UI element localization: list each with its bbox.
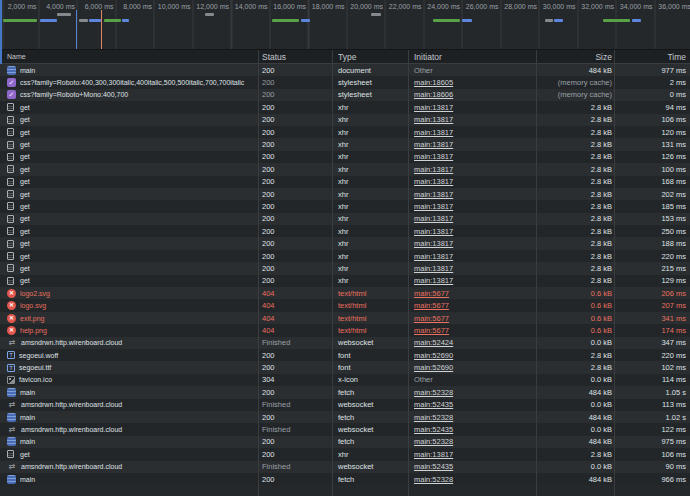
initiator-link[interactable]: main:52328 bbox=[414, 437, 453, 446]
table-row[interactable]: amsndrwn.http.wirenboard.cloudFinishedwe… bbox=[0, 461, 690, 473]
table-row[interactable]: get200xhrmain:138172.8 kB185 ms bbox=[0, 200, 690, 212]
initiator-link[interactable]: main:52424 bbox=[414, 338, 453, 347]
initiator-link[interactable]: main:52328 bbox=[414, 388, 453, 397]
initiator-link[interactable]: main:13817 bbox=[414, 214, 453, 223]
table-row[interactable]: main200fetchmain:52328484 kB975 ms bbox=[0, 436, 690, 448]
initiator-link[interactable]: main:5677 bbox=[414, 314, 449, 323]
table-row[interactable]: get200xhrmain:138172.8 kB188 ms bbox=[0, 237, 690, 249]
type-cell: xhr bbox=[332, 213, 408, 225]
name-cell: get bbox=[0, 448, 258, 460]
table-row[interactable]: main200documentOther484 kB977 ms bbox=[0, 64, 690, 76]
initiator-link[interactable]: main:13817 bbox=[414, 450, 453, 459]
initiator-link[interactable]: main:13817 bbox=[414, 128, 453, 137]
table-row[interactable]: exit.png404text/htmlmain:56770.6 kB341 m… bbox=[0, 312, 690, 324]
request-name: main bbox=[20, 67, 35, 74]
document-icon bbox=[7, 413, 16, 422]
initiator-link[interactable]: main:13817 bbox=[414, 140, 453, 149]
table-row[interactable]: get200xhrmain:138172.8 kB131 ms bbox=[0, 138, 690, 150]
table-row[interactable]: amsndrwn.http.wirenboard.cloudFinishedwe… bbox=[0, 399, 690, 411]
overview-left-handle[interactable] bbox=[0, 0, 2, 64]
initiator-link[interactable]: main:52435 bbox=[414, 425, 453, 434]
time-cell: 114 ms bbox=[614, 374, 690, 386]
table-row[interactable]: get200xhrmain:138172.8 kB100 ms bbox=[0, 163, 690, 175]
initiator-link[interactable]: main:5677 bbox=[414, 289, 449, 298]
table-row[interactable]: get200xhrmain:138172.8 kB153 ms bbox=[0, 213, 690, 225]
column-header-init[interactable]: Initiator bbox=[408, 50, 536, 63]
initiator-link[interactable]: main:52690 bbox=[414, 351, 453, 360]
request-name: get bbox=[20, 265, 30, 272]
table-row[interactable]: get200xhrmain:138172.8 kB129 ms bbox=[0, 275, 690, 287]
table-row[interactable]: main200fetchmain:52328484 kB1.05 s bbox=[0, 386, 690, 398]
table-row[interactable]: logo.svg404text/htmlmain:56770.6 kB207 m… bbox=[0, 299, 690, 311]
initiator-link[interactable]: main:5677 bbox=[414, 301, 449, 310]
table-row[interactable]: get200xhrmain:138172.8 kB202 ms bbox=[0, 188, 690, 200]
initiator-cell: main:13817 bbox=[408, 101, 536, 113]
column-header-status[interactable]: Status bbox=[258, 50, 332, 63]
request-name: css?family=Roboto+Mono:400,700 bbox=[20, 91, 128, 98]
initiator-link[interactable]: main:13817 bbox=[414, 152, 453, 161]
column-header-time[interactable]: Time bbox=[614, 50, 690, 63]
initiator-link[interactable]: main:13817 bbox=[414, 264, 453, 273]
name-cell: main bbox=[0, 473, 258, 485]
type-cell: xhr bbox=[332, 138, 408, 150]
table-row[interactable]: get200xhrmain:138172.8 kB106 ms bbox=[0, 448, 690, 460]
table-row[interactable]: logo2.svg404text/htmlmain:56770.6 kB206 … bbox=[0, 287, 690, 299]
table-row[interactable]: segoeui.ttf200fontmain:526902.8 kB102 ms bbox=[0, 361, 690, 373]
column-header-size[interactable]: Size bbox=[536, 50, 614, 63]
initiator-cell: main:5677 bbox=[408, 312, 536, 324]
table-row[interactable]: css?family=Roboto:400,300,300italic,400i… bbox=[0, 76, 690, 88]
initiator-link[interactable]: main:5677 bbox=[414, 326, 449, 335]
table-row[interactable]: segoeui.woff200fontmain:526902.8 kB220 m… bbox=[0, 349, 690, 361]
request-timeline-bar bbox=[79, 19, 88, 22]
table-row[interactable]: get200xhrmain:138172.8 kB106 ms bbox=[0, 114, 690, 126]
type-cell: xhr bbox=[332, 126, 408, 138]
initiator-cell: main:52435 bbox=[408, 461, 536, 473]
table-row[interactable]: get200xhrmain:138172.8 kB220 ms bbox=[0, 250, 690, 262]
initiator-link[interactable]: main:13817 bbox=[414, 165, 453, 174]
initiator-link[interactable]: main:52328 bbox=[414, 413, 453, 422]
initiator-link[interactable]: main:13817 bbox=[414, 276, 453, 285]
table-row[interactable]: get200xhrmain:138172.8 kB250 ms bbox=[0, 225, 690, 237]
network-overview-timeline[interactable]: 2,000 ms4,000 ms6,000 ms8,000 ms10,000 m… bbox=[0, 0, 690, 50]
time-cell: 113 ms bbox=[614, 399, 690, 411]
table-row[interactable]: get200xhrmain:138172.8 kB94 ms bbox=[0, 101, 690, 113]
table-row[interactable]: get200xhrmain:138172.8 kB126 ms bbox=[0, 151, 690, 163]
table-row[interactable]: help.png404text/htmlmain:56770.6 kB174 m… bbox=[0, 324, 690, 336]
initiator-link[interactable]: main:13817 bbox=[414, 227, 453, 236]
table-row[interactable]: get200xhrmain:138172.8 kB215 ms bbox=[0, 262, 690, 274]
request-timeline-bar bbox=[40, 19, 57, 22]
initiator-link[interactable]: main:52435 bbox=[414, 462, 453, 471]
table-row[interactable]: favicon.ico304x-iconOther0.0 kB114 ms bbox=[0, 374, 690, 386]
initiator-link[interactable]: main:13817 bbox=[414, 252, 453, 261]
table-row[interactable]: main200fetchmain:52328484 kB1.02 s bbox=[0, 411, 690, 423]
initiator-link[interactable]: main:13817 bbox=[414, 239, 453, 248]
initiator-cell: main:13817 bbox=[408, 275, 536, 287]
timeline-tick-label: 16,000 ms bbox=[247, 2, 306, 11]
table-row[interactable]: main200fetchmain:52328484 kB966 ms bbox=[0, 473, 690, 485]
initiator-link[interactable]: main:52435 bbox=[414, 400, 453, 409]
initiator-link[interactable]: main:13817 bbox=[414, 177, 453, 186]
initiator-link[interactable]: main:13817 bbox=[414, 202, 453, 211]
name-cell: get bbox=[0, 176, 258, 188]
initiator-link[interactable]: main:18605 bbox=[414, 78, 453, 87]
table-row[interactable]: css?family=Roboto+Mono:400,700200stylesh… bbox=[0, 89, 690, 101]
table-row[interactable]: amsndrwn.http.wirenboard.cloudFinishedwe… bbox=[0, 337, 690, 349]
status-cell: 200 bbox=[258, 436, 332, 448]
table-row[interactable]: get200xhrmain:138172.8 kB168 ms bbox=[0, 176, 690, 188]
table-row[interactable]: amsndrwn.http.wirenboard.cloudFinishedwe… bbox=[0, 423, 690, 435]
initiator-link[interactable]: main:52328 bbox=[414, 475, 453, 484]
initiator-link[interactable]: main:13817 bbox=[414, 115, 453, 124]
type-cell: xhr bbox=[332, 200, 408, 212]
column-header-type[interactable]: Type bbox=[332, 50, 408, 63]
size-cell: 2.8 kB bbox=[536, 126, 614, 138]
status-cell: 200 bbox=[258, 188, 332, 200]
column-header-name[interactable]: Name bbox=[0, 50, 258, 63]
initiator-link[interactable]: main:13817 bbox=[414, 190, 453, 199]
initiator-link[interactable]: main:18606 bbox=[414, 90, 453, 99]
initiator-link[interactable]: main:52690 bbox=[414, 363, 453, 372]
initiator-text: Other bbox=[414, 375, 433, 384]
table-row[interactable]: get200xhrmain:138172.8 kB120 ms bbox=[0, 126, 690, 138]
initiator-link[interactable]: main:13817 bbox=[414, 103, 453, 112]
status-cell: Finished bbox=[258, 423, 332, 435]
initiator-cell: main:13817 bbox=[408, 448, 536, 460]
